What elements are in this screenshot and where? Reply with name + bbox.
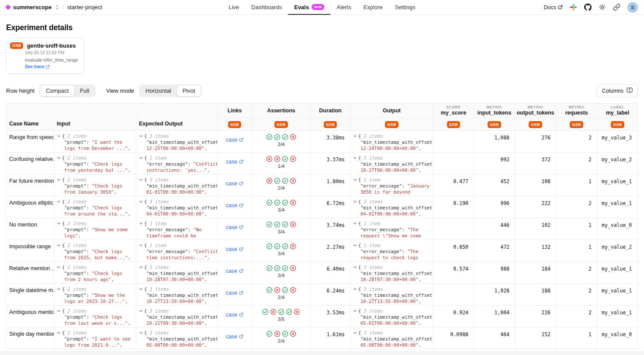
column-header-label: Duration (311, 108, 350, 114)
json-value: "Check logs (92, 314, 122, 320)
view-mode-segment: HorizontalPivot (139, 84, 201, 97)
expand-chevron-icon[interactable] (139, 309, 143, 313)
docs-link[interactable]: Docs (544, 4, 563, 10)
see-trace-link[interactable]: See trace (25, 64, 78, 69)
project-name[interactable]: starter-project (67, 4, 102, 10)
row-height-full-option[interactable]: Full (74, 85, 95, 96)
case-name-cell: Impossible range (7, 240, 54, 262)
expand-chevron-icon[interactable] (139, 265, 143, 269)
expand-chevron-icon[interactable] (353, 200, 357, 204)
label-cell: my_value_1 (597, 174, 638, 196)
assertion-pass-icon (282, 221, 288, 228)
expand-chevron-icon[interactable] (57, 287, 61, 291)
expand-chevron-icon[interactable] (353, 178, 357, 182)
case-link[interactable]: case (226, 246, 243, 252)
org-name[interactable]: summerscope (13, 4, 52, 10)
expand-chevron-icon[interactable] (57, 156, 61, 160)
expand-chevron-icon[interactable] (139, 178, 143, 182)
nav-item-alerts[interactable]: Alerts (330, 0, 357, 15)
nav-item-settings[interactable]: Settings (389, 0, 422, 15)
view-mode-horizontal-option[interactable]: Horizontal (140, 85, 177, 96)
theme-toggle-icon[interactable] (599, 3, 606, 11)
json-value: logs from December ...", (64, 146, 136, 152)
score-cell (433, 131, 474, 153)
view-mode-pivot-option[interactable]: Pivot (177, 85, 201, 96)
expand-chevron-icon[interactable] (139, 222, 143, 226)
json-value: "Show me some (92, 227, 128, 232)
json-brace: { (358, 286, 361, 292)
nav-item-live[interactable]: Live (222, 0, 245, 15)
expand-chevron-icon[interactable] (57, 222, 61, 226)
expand-chevron-icon[interactable] (139, 244, 143, 247)
case-name-cell: Far future mention (7, 174, 54, 196)
expand-chevron-icon[interactable] (57, 200, 61, 204)
input-tokens-cell: 452 (474, 174, 515, 196)
case-link[interactable]: case (226, 159, 243, 165)
expand-chevron-icon[interactable] (353, 156, 357, 160)
case-link[interactable]: case (226, 181, 243, 187)
expand-chevron-icon[interactable] (353, 265, 357, 269)
columns-button[interactable]: Columns (597, 84, 638, 97)
case-link[interactable]: case (226, 224, 243, 230)
row-height-compact-option[interactable]: Compact (40, 85, 74, 96)
case-link-label: case (226, 202, 237, 209)
expand-chevron-icon[interactable] (139, 134, 143, 138)
case-link[interactable]: case (226, 137, 243, 143)
output-tokens-cell: 184 (515, 262, 556, 284)
assertion-pass-icon (266, 287, 273, 293)
expand-chevron-icon[interactable] (139, 287, 143, 291)
json-item-count: 2 items (67, 199, 87, 204)
expand-chevron-icon[interactable] (139, 200, 143, 204)
expand-chevron-icon[interactable] (353, 222, 357, 226)
case-name-cell: Ambiguous elliptic... (7, 196, 54, 218)
case-link[interactable]: case (226, 334, 243, 340)
assertions-cell: 2/4 (252, 327, 311, 349)
json-brace: { (358, 330, 361, 335)
output-cell: {3 items"min_timestamp_with_offset"05-08… (350, 327, 433, 349)
expand-chevron-icon[interactable] (57, 178, 61, 182)
expand-chevron-icon[interactable] (353, 134, 357, 138)
org-switcher-icon[interactable] (55, 4, 59, 10)
slack-icon[interactable] (570, 3, 577, 11)
avatar[interactable]: S (627, 2, 638, 13)
case-link[interactable]: case (226, 290, 243, 296)
json-brace: { (62, 199, 65, 204)
expand-chevron-icon[interactable] (57, 331, 61, 335)
expand-chevron-icon[interactable] (139, 331, 143, 335)
nav-item-evals[interactable]: Evalsbeta (288, 0, 330, 15)
see-trace-label: See trace (25, 64, 44, 69)
expand-chevron-icon[interactable] (139, 156, 143, 160)
share-link-icon[interactable] (613, 3, 620, 11)
expand-chevron-icon[interactable] (353, 287, 357, 291)
output-cell: {1 item"error_message": "Therequest to c… (350, 240, 433, 262)
input-tokens-cell: 446 (474, 218, 515, 240)
nav-item-dashboards[interactable]: Dashboards (245, 0, 288, 15)
case-link[interactable]: case (226, 312, 243, 318)
github-icon[interactable] (584, 3, 592, 11)
expand-chevron-icon[interactable] (353, 244, 357, 247)
json-key: "min_timestamp_with_offset" (360, 292, 433, 298)
case-link[interactable]: case (226, 268, 243, 274)
assertion-fail-icon (274, 331, 280, 337)
score-cell: 0.0988 (433, 327, 474, 349)
duration-cell: 6.72ms (311, 196, 350, 218)
nav-item-explore[interactable]: Explore (357, 0, 389, 15)
experiment-badge: GSB (570, 121, 583, 128)
assertion-fail-icon (290, 331, 296, 337)
duration-cell: 3.38ms (311, 131, 350, 153)
external-link-icon (239, 247, 243, 251)
input-cell: {2 items"prompt": "Show me thelogs at 20… (54, 284, 136, 306)
breadcrumb-separator: / (62, 4, 64, 10)
expand-chevron-icon[interactable] (353, 331, 357, 335)
expand-chevron-icon[interactable] (57, 265, 61, 269)
expand-chevron-icon[interactable] (353, 309, 357, 313)
json-brace: { (358, 243, 361, 248)
json-key: "min_timestamp_with_offset" (360, 271, 433, 276)
expand-chevron-icon[interactable] (57, 309, 61, 313)
expand-chevron-icon[interactable] (57, 244, 61, 247)
case-link[interactable]: case (226, 202, 243, 209)
expand-chevron-icon[interactable] (57, 134, 61, 138)
expected-output-cell: {3 items"min_timestamp_with_offset"05-08… (136, 327, 218, 349)
json-item-count: 3 items (364, 265, 383, 270)
json-key: "error_message": (146, 249, 193, 254)
